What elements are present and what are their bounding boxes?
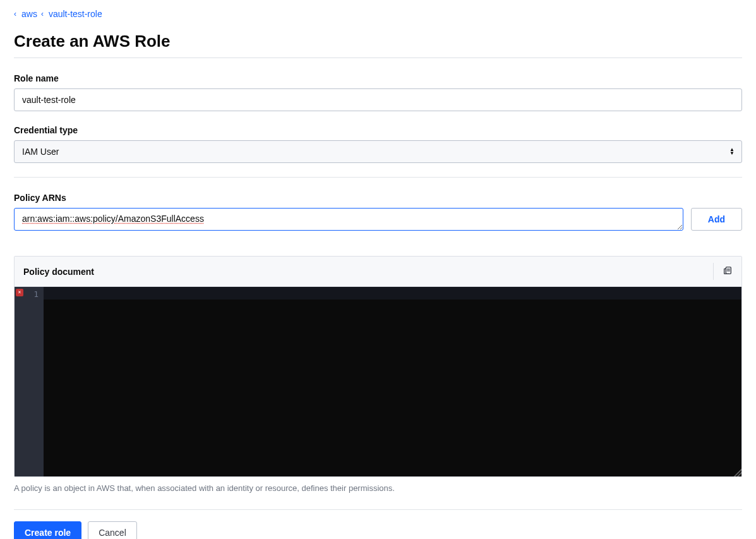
credential-type-group: Credential type IAM User ▲▼ [14, 125, 742, 163]
editor-gutter: × 1 [15, 287, 44, 476]
credential-type-label: Credential type [14, 125, 742, 135]
chevron-left-icon: ‹ [14, 9, 16, 18]
form-footer: Create role Cancel [14, 509, 742, 539]
add-arn-button[interactable]: Add [691, 208, 742, 231]
role-name-group: Role name [14, 73, 742, 111]
policy-arns-group: Policy ARNs Add [14, 193, 742, 231]
role-name-input[interactable] [14, 88, 742, 111]
policy-document-editor[interactable]: × 1 [15, 287, 741, 476]
breadcrumb-link-aws[interactable]: aws [21, 9, 37, 19]
cancel-button[interactable]: Cancel [88, 521, 137, 539]
policy-arns-label: Policy ARNs [14, 193, 742, 203]
breadcrumb: ‹ aws ‹ vault-test-role [14, 9, 742, 19]
clipboard-icon [723, 265, 733, 276]
error-icon: × [16, 289, 23, 296]
policy-document-label: Policy document [23, 267, 94, 277]
role-name-label: Role name [14, 73, 742, 83]
policy-arn-input[interactable] [14, 208, 683, 231]
divider [14, 177, 742, 178]
breadcrumb-link-role[interactable]: vault-test-role [49, 9, 102, 19]
credential-type-select[interactable]: IAM User [14, 140, 742, 163]
policy-document-help: A policy is an object in AWS that, when … [14, 483, 742, 493]
copy-button[interactable] [713, 263, 733, 280]
editor-content[interactable] [44, 287, 741, 476]
page-title: Create an AWS Role [14, 32, 742, 58]
resize-handle-icon[interactable] [734, 469, 741, 476]
policy-document-panel: Policy document × 1 [14, 256, 742, 477]
line-number: 1 [33, 289, 39, 299]
chevron-left-icon: ‹ [41, 9, 44, 18]
create-role-button[interactable]: Create role [14, 521, 81, 539]
